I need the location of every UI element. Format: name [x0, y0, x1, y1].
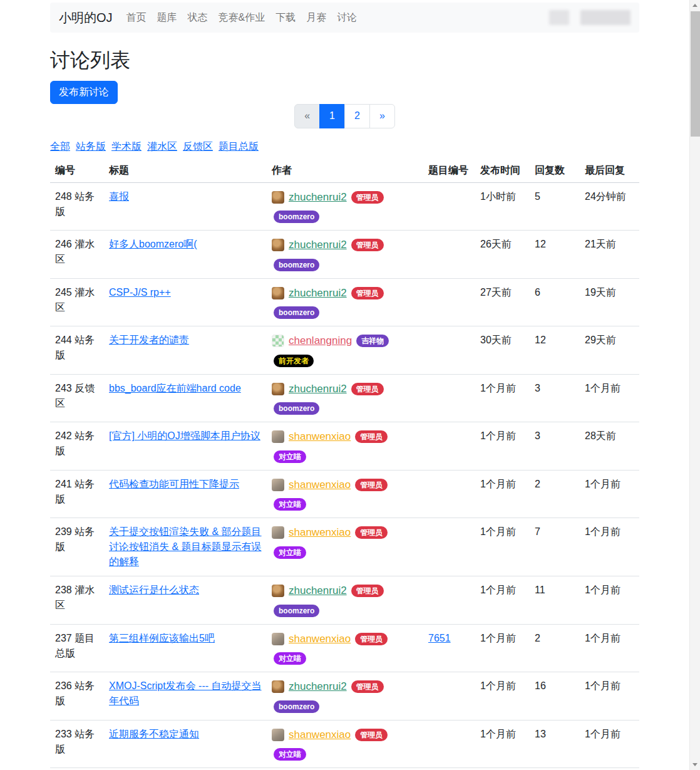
row-author-cell: zhuchenrui2管理员boomzero — [267, 278, 423, 326]
author-link[interactable]: zhuchenrui2 — [289, 679, 347, 695]
row-author-cell: zhuchenrui2管理员boomzero — [267, 576, 423, 625]
redacted-user-block[interactable] — [549, 10, 569, 25]
nav-link[interactable]: 状态 — [188, 11, 208, 24]
row-last-reply-cell: 1个月前 — [580, 470, 639, 518]
redacted-user-block[interactable] — [580, 10, 631, 25]
author-link[interactable]: zhuchenrui2 — [289, 381, 347, 397]
discussion-title-link[interactable]: 关于提交按钮渲染失败 & 部分题目讨论按钮消失 & 题目标题显示有误的解释 — [109, 526, 262, 567]
filter-link[interactable]: 反馈区 — [183, 141, 213, 152]
scroll-up-icon[interactable] — [690, 0, 700, 11]
author-badge-line: boomzero — [274, 400, 418, 415]
discussion-title-link[interactable]: bbs_board应在前端hard code — [109, 383, 241, 393]
column-header: 回复数 — [530, 159, 580, 183]
row-replies-cell: 13 — [530, 720, 580, 768]
filter-link[interactable]: 学术版 — [111, 141, 142, 152]
nav-link[interactable]: 竞赛&作业 — [219, 11, 265, 24]
row-id-board-cell: 238 灌水区 — [50, 576, 104, 625]
row-id-board-cell: 246 灌水区 — [50, 231, 104, 279]
author-link[interactable]: chenlangning — [289, 333, 352, 349]
discussion-title-link[interactable]: 关于开发者的谴责 — [109, 335, 189, 345]
author-badge-line: 对立喵 — [274, 449, 418, 464]
column-header: 标题 — [104, 159, 267, 183]
row-problem-cell — [423, 278, 475, 326]
pagination-next[interactable]: » — [369, 104, 395, 128]
discussion-title-link[interactable]: 测试运行是什么状态 — [109, 585, 199, 595]
row-author-cell: zhuchenrui2管理员boomzero — [267, 374, 423, 422]
discussion-title-link[interactable]: 第三组样例应该输出5吧 — [109, 633, 215, 643]
nav-link[interactable]: 月赛 — [306, 11, 326, 24]
scrollbar-thumb[interactable] — [691, 11, 700, 137]
author-link[interactable]: shanwenxiao — [289, 631, 351, 647]
tag-badge: 对立喵 — [274, 498, 306, 511]
table-header-row: 编号标题作者题目编号发布时间回复数最后回复 — [50, 159, 639, 183]
author-link[interactable]: shanwenxiao — [289, 477, 351, 493]
brand-link[interactable]: 小明的OJ — [59, 9, 113, 26]
discussion-table-body: 248 站务版喜报zhuchenrui2管理员boomzero1小时前524分钟… — [50, 182, 639, 770]
new-discussion-button[interactable]: 发布新讨论 — [50, 81, 118, 104]
pagination-prev[interactable]: « — [294, 104, 320, 128]
row-problem-cell — [423, 326, 475, 375]
author-line: shanwenxiao管理员 — [272, 429, 418, 445]
role-badge: 管理员 — [351, 239, 384, 251]
discussion-title-link[interactable]: [官方] 小明的OJ增强脚本用户协议 — [109, 430, 260, 441]
filter-link[interactable]: 全部 — [50, 141, 70, 152]
author-link[interactable]: zhuchenrui2 — [289, 237, 347, 253]
table-row: 236 站务版XMOJ-Script发布会 --- 自动提交当年代码zhuche… — [50, 672, 639, 721]
tag-badge: 对立喵 — [274, 546, 306, 559]
author-link[interactable]: shanwenxiao — [289, 524, 351, 541]
discussion-title-link[interactable]: CSP-J/S rp++ — [109, 287, 171, 298]
row-replies-cell: 12 — [530, 326, 580, 375]
scroll-down-icon[interactable] — [690, 759, 700, 770]
row-author-cell: shanwenxiao管理员对立喵 — [267, 720, 423, 768]
author-link[interactable]: zhuchenrui2 — [289, 583, 347, 599]
row-author-cell: shanwenxiao管理员对立喵 — [267, 422, 423, 471]
author-link[interactable]: shanwenxiao — [289, 727, 351, 743]
row-posted-cell: 1小时前 — [475, 182, 530, 231]
row-replies-cell: 11 — [530, 576, 580, 625]
nav-link[interactable]: 讨论 — [337, 11, 357, 24]
author-line: shanwenxiao管理员 — [272, 631, 418, 647]
tag-badge: 对立喵 — [274, 450, 306, 463]
column-header: 发布时间 — [475, 159, 530, 183]
discussion-title-link[interactable]: 代码检查功能可用性下降提示 — [109, 479, 239, 489]
pagination-page-2[interactable]: 2 — [344, 104, 370, 128]
author-link[interactable]: zhuchenrui2 — [289, 189, 347, 206]
row-problem-cell — [423, 374, 475, 422]
row-title-cell: 近期服务不稳定通知 — [104, 720, 267, 768]
discussion-title-link[interactable]: 好多人boomzero啊( — [109, 239, 197, 249]
tag-badge: boomzero — [274, 402, 319, 415]
nav-link[interactable]: 首页 — [126, 11, 147, 24]
nav-link[interactable]: 题库 — [157, 11, 177, 24]
problem-id-link[interactable]: 7651 — [428, 633, 451, 643]
discussion-title-link[interactable]: XMOJ-Script发布会 --- 自动提交当年代码 — [109, 680, 262, 706]
pagination-page-1[interactable]: 1 — [319, 104, 345, 128]
tag-badge: boomzero — [274, 306, 319, 319]
row-title-cell: 测试运行是什么状态 — [104, 576, 267, 625]
row-id-board-cell: 243 反馈区 — [50, 374, 104, 422]
row-problem-cell — [423, 576, 475, 625]
author-link[interactable]: zhuchenrui2 — [289, 285, 347, 301]
author-line: zhuchenrui2管理员 — [272, 237, 418, 253]
table-row: 244 站务版关于开发者的谴责chenlangning吉祥物前开发者30天前12… — [50, 326, 639, 375]
user-avatar — [272, 383, 284, 395]
author-line: zhuchenrui2管理员 — [272, 189, 418, 206]
row-last-reply-cell: 1个月前 — [580, 624, 639, 672]
filter-link[interactable]: 站务版 — [76, 141, 106, 152]
user-menu-redacted[interactable] — [549, 10, 631, 25]
author-line: zhuchenrui2管理员 — [272, 583, 418, 599]
author-link[interactable]: shanwenxiao — [289, 429, 351, 445]
row-problem-cell — [423, 720, 475, 768]
row-problem-cell — [423, 470, 475, 518]
filter-link[interactable]: 题目总版 — [219, 141, 259, 152]
row-problem-cell — [423, 672, 475, 721]
row-title-cell: 关于开发者的谴责 — [104, 326, 267, 375]
nav-link[interactable]: 下载 — [275, 11, 296, 24]
column-header: 编号 — [50, 159, 104, 183]
user-avatar — [272, 430, 284, 443]
row-replies-cell: 6 — [530, 278, 580, 326]
scrollbar[interactable] — [689, 0, 700, 770]
discussion-title-link[interactable]: 喜报 — [109, 191, 129, 202]
filter-link[interactable]: 灌水区 — [147, 141, 177, 152]
discussion-title-link[interactable]: 近期服务不稳定通知 — [109, 729, 199, 739]
author-line: zhuchenrui2管理员 — [272, 381, 418, 397]
